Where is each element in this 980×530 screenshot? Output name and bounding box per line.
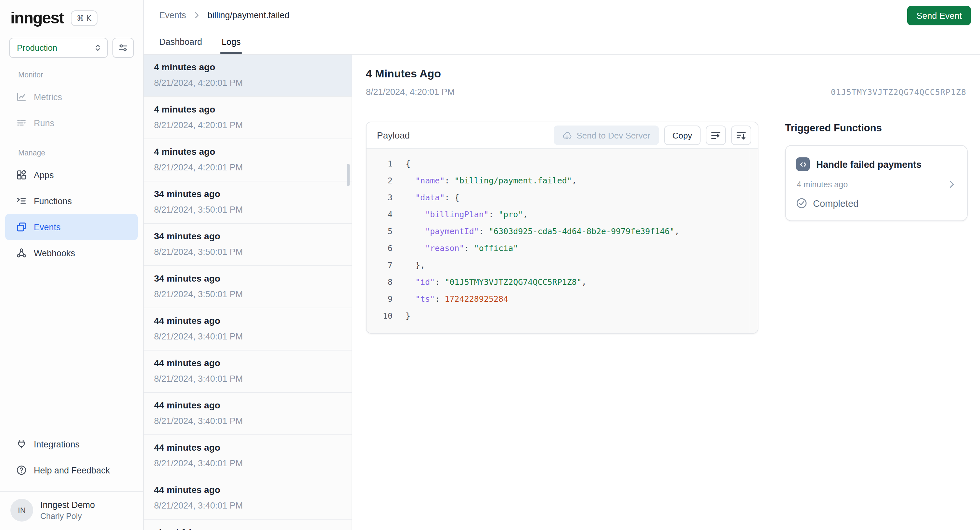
function-meta-row: 4 minutes ago [796,179,957,189]
event-list-item[interactable]: 4 minutes ago 8/21/2024, 4:20:01 PM [144,139,352,182]
code-gutter-line [749,149,749,333]
user-menu[interactable]: IN Inngest Demo Charly Poly [0,491,143,530]
sidebar-item-functions[interactable]: Functions [5,188,138,214]
function-run-time: 4 minutes ago [797,180,848,189]
sidebar-item-runs[interactable]: Runs [5,110,138,136]
word-wrap-button[interactable] [706,126,726,145]
triggered-function-card[interactable]: Handle failed payments 4 minutes ago [785,145,968,221]
payload-header: Payload Send to Dev Server Copy [366,122,758,149]
environment-value: Production [17,43,57,53]
sidebar-item-label: Metrics [34,92,62,102]
event-timestamp: 8/21/2024, 3:40:01 PM [154,374,341,384]
payload-code-line: 4 "billingPlan": "pro", [366,206,758,222]
function-status: Completed [796,198,957,209]
payload-code-line: 1 { [366,155,758,172]
line-number: 9 [366,294,393,303]
sidebar-item-integrations[interactable]: Integrations [5,431,138,457]
payload-card: Payload Send to Dev Server Copy [366,121,758,334]
scrollbar-thumb[interactable] [347,164,350,186]
triggered-functions-panel: Triggered Functions Handle failed paymen… [785,121,968,221]
avatar: IN [10,499,33,522]
sidebar-footer-nav: Integrations Help and Feedback [0,431,143,483]
event-timestamp: 8/21/2024, 3:40:01 PM [154,501,341,511]
event-list-item[interactable]: 4 minutes ago 8/21/2024, 4:20:01 PM [144,54,352,97]
logo-row: inngest ⌘ K [0,0,143,34]
runs-icon [16,117,27,128]
event-timestamp: 8/21/2024, 3:50:01 PM [154,247,341,257]
sidebar-item-label: Apps [34,170,54,180]
event-relative-time: 44 minutes ago [154,442,341,453]
event-list-item[interactable]: 44 minutes ago 8/21/2024, 3:40:01 PM [144,435,352,477]
event-relative-time: 34 minutes ago [154,188,341,199]
code-content: "billingPlan": "pro", [393,209,528,219]
scroll-to-bottom-button[interactable] [731,126,751,145]
help-icon [16,465,27,476]
code-content: }, [393,260,425,270]
event-detail-title: 4 Minutes Ago [366,68,966,81]
event-detail-timestamp: 8/21/2024, 4:20:01 PM [366,87,455,97]
event-list-item[interactable]: 34 minutes ago 8/21/2024, 3:50:01 PM [144,266,352,308]
event-list: 4 minutes ago 8/21/2024, 4:20:01 PM 4 mi… [144,54,352,530]
line-number: 6 [366,243,393,253]
send-to-dev-server-button[interactable]: Send to Dev Server [554,126,659,145]
event-detail-subrow: 8/21/2024, 4:20:01 PM 01J5TMY3VJTZ2QG74Q… [366,87,966,97]
sidebar-item-apps[interactable]: Apps [5,162,138,188]
event-timestamp: 8/21/2024, 3:40:01 PM [154,332,341,342]
event-list-item[interactable]: about 1 hour ago [144,520,352,530]
sidebar-item-webhooks[interactable]: Webhooks [5,240,138,266]
event-timestamp: 8/21/2024, 4:20:01 PM [154,120,341,130]
event-list-item[interactable]: 44 minutes ago 8/21/2024, 3:40:01 PM [144,477,352,520]
sidebar-item-label: Webhooks [34,248,75,258]
sidebar-item-metrics[interactable]: Metrics [5,84,138,110]
event-list-item[interactable]: 44 minutes ago 8/21/2024, 3:40:01 PM [144,308,352,351]
event-list-item[interactable]: 34 minutes ago 8/21/2024, 3:50:01 PM [144,224,352,266]
event-list-item[interactable]: 44 minutes ago 8/21/2024, 3:40:01 PM [144,393,352,435]
cloud-download-icon [562,130,572,140]
sidebar-item-help-and-feedback[interactable]: Help and Feedback [5,457,138,483]
payload-code[interactable]: 1 { 2 "name": "billing/payment.failed", … [366,149,758,333]
scroll-down-icon [736,130,747,141]
event-relative-time: 34 minutes ago [154,231,341,241]
code-content: "name": "billing/payment.failed", [393,175,577,185]
tab-logs[interactable]: Logs [222,37,241,54]
environment-selector[interactable]: Production [9,38,108,58]
inngest-logo[interactable]: inngest [10,8,64,27]
send-event-button[interactable]: Send Event [907,6,971,26]
event-relative-time: 4 minutes ago [154,104,341,115]
event-list-item[interactable]: 34 minutes ago 8/21/2024, 3:50:01 PM [144,182,352,224]
event-list-item[interactable]: 44 minutes ago 8/21/2024, 3:40:01 PM [144,351,352,393]
chevron-right-icon[interactable] [947,179,957,189]
line-number: 2 [366,175,393,185]
command-k-shortcut[interactable]: ⌘ K [71,10,97,26]
chevron-up-down-icon [94,43,102,52]
line-number: 8 [366,277,393,286]
event-relative-time: 4 minutes ago [154,62,341,72]
integrations-icon [16,439,27,450]
event-id: 01J5TMY3VJTZ2QG74QCC5RP1Z8 [831,87,966,97]
line-number: 4 [366,209,393,219]
copy-button[interactable]: Copy [664,126,700,145]
user-name: Charly Poly [40,511,95,520]
event-relative-time: 44 minutes ago [154,484,341,495]
function-name: Handle failed payments [816,159,921,169]
user-org: Inngest Demo [40,500,95,509]
event-timestamp: 8/21/2024, 4:20:01 PM [154,78,341,88]
sidebar-item-events[interactable]: Events [5,214,138,240]
environment-settings-button[interactable] [113,38,134,58]
code-content: "data": { [393,192,460,202]
word-wrap-icon [710,130,721,141]
event-list-item[interactable]: 4 minutes ago 8/21/2024, 4:20:01 PM [144,97,352,139]
environment-row: Production [0,34,143,58]
event-relative-time: about 1 hour ago [154,527,341,530]
user-info: Inngest Demo Charly Poly [40,500,95,520]
breadcrumb-events-link[interactable]: Events [159,10,186,20]
sidebar-item-label: Events [34,222,61,232]
section-label: Manage [0,149,143,157]
function-code-icon [796,157,810,171]
sidebar-item-label: Integrations [34,439,80,449]
event-relative-time: 44 minutes ago [154,315,341,326]
event-detail: 4 Minutes Ago 8/21/2024, 4:20:01 PM 01J5… [352,54,980,530]
function-title-row: Handle failed payments [796,157,957,171]
tab-dashboard[interactable]: Dashboard [159,37,202,54]
code-content: } [393,311,410,320]
